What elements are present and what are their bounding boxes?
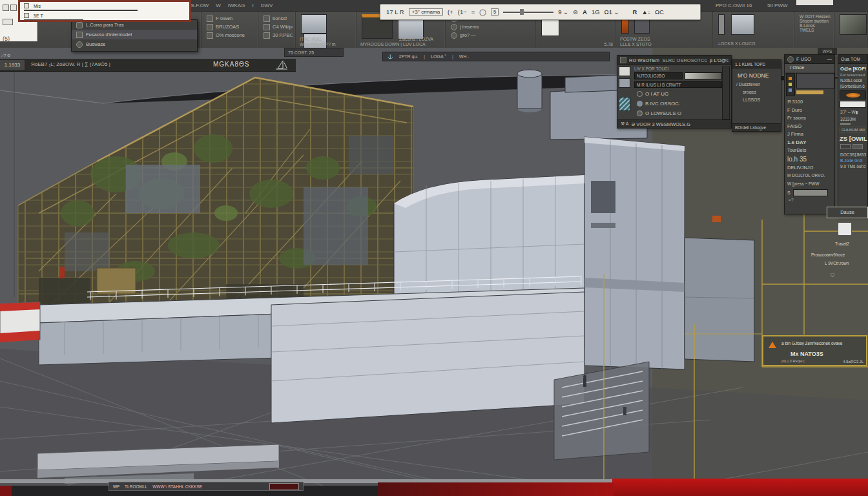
tree-list: O I AT UG B IVC OSSOC. O LOWSULS O <box>633 89 723 118</box>
quick-line: DOC3S[JM33 <box>838 149 867 157</box>
render-icon[interactable]: R <box>633 8 637 16</box>
merge-icon <box>76 32 83 38</box>
slider-knob[interactable] <box>520 9 524 15</box>
chip[interactable] <box>840 144 851 149</box>
bar-icon <box>3 19 13 25</box>
value-input[interactable] <box>840 101 866 108</box>
nav-tool-boxed[interactable]: +3° crmama <box>409 8 443 16</box>
red-chip-left <box>0 486 12 496</box>
mini-tool[interactable]: LOGA ° <box>431 54 446 59</box>
selection-combo[interactable]: NJTOJLIGJBO <box>634 72 683 79</box>
quick-line: 3233ЗM <box>838 116 867 121</box>
divider: | <box>424 54 425 59</box>
set-item[interactable]: 1.6 DAY <box>785 139 834 147</box>
section-icon[interactable]: ΩC <box>655 8 664 16</box>
prop-row[interactable]: LLSSOS <box>732 96 781 103</box>
quick-line: [Sorbet&un.6 <box>838 83 867 88</box>
set-item[interactable]: TourBets <box>785 147 834 155</box>
quick-big-value: ZS [OWILI <box>838 133 867 142</box>
mic-icon[interactable]: 9 ⌄ <box>558 8 568 16</box>
quick-header[interactable]: Qua TOM <box>838 55 867 64</box>
set-item[interactable]: M DOJLTOL ORVO. <box>785 172 834 180</box>
icon-rail[interactable] <box>786 73 795 96</box>
material-icon[interactable] <box>619 97 630 111</box>
layers-box-icon[interactable]: 5 <box>491 8 499 16</box>
sail-icon <box>274 59 289 71</box>
red-band-mid <box>378 482 614 496</box>
annotation-label: L 9VCtr.rown <box>825 261 849 265</box>
color-swatch-row[interactable] <box>840 90 866 99</box>
orbit-icon[interactable]: (1− <box>458 8 467 16</box>
sets-panel: F USO — / Once Я 3100 F Duro Fr ssons FA… <box>784 54 835 214</box>
filter-label: LIV X POR TOUCI <box>634 67 712 71</box>
quick-line: NJdbJ.oss8 <box>838 77 867 83</box>
app-dropdown[interactable]: Mis 5E T <box>18 0 191 22</box>
sets-header[interactable]: F USO — <box>785 55 834 64</box>
pan-icon[interactable]: (+ <box>448 8 453 16</box>
set-input-field[interactable] <box>793 189 828 196</box>
prop-row[interactable]: sroges <box>732 88 781 96</box>
chip[interactable] <box>852 144 863 149</box>
gear-icon <box>76 41 83 48</box>
annotation-thumbnail[interactable] <box>838 222 852 236</box>
red-band-right <box>612 479 868 496</box>
properties-header[interactable]: 1.1 KLML TOPD <box>732 60 781 68</box>
set-item[interactable]: lo.h 35 <box>785 155 834 164</box>
scrollbar[interactable] <box>722 67 730 119</box>
panel-header-button[interactable]: β L'O@O <box>710 57 728 63</box>
selected-set[interactable]: / Once <box>785 64 834 72</box>
text-tool-icon[interactable]: A <box>583 8 587 16</box>
flyout-item[interactable]: Buswase <box>72 39 197 49</box>
set-item[interactable]: FAISÓ <box>785 123 834 131</box>
tree-item[interactable]: B IVC OSSOC. <box>633 99 723 108</box>
thumbnail-icon[interactable] <box>619 67 630 76</box>
properties-footer[interactable]: BOrdeli Lxbogve <box>732 123 781 131</box>
tree-item[interactable]: O LOWSULS O <box>633 108 723 118</box>
mini-tool[interactable]: #PTR gu. <box>399 54 418 59</box>
tree-item[interactable]: O I AT UG <box>633 89 723 99</box>
quick-link[interactable]: B.Jode.Grdl <box>838 157 867 163</box>
set-item[interactable]: DELIVJNJO <box>785 164 834 172</box>
camera-icon[interactable]: ⊜ <box>573 8 578 16</box>
selection-tree-header[interactable]: RO WSOTEm / SLRC OSROSOTCO / β L'O@O <box>617 56 731 65</box>
document-path[interactable]: ЯoEB7 ₁L; Zo8OW. R | ∑ (7A9Ó5 | <box>31 61 186 67</box>
set-item[interactable]: W [press ~ FWW <box>785 180 834 189</box>
prop-row[interactable]: / Dussfeven <box>732 80 781 88</box>
quick-chip[interactable]: CLILIKUM 460 <box>840 127 866 133</box>
collapse-icon[interactable]: — <box>827 56 832 62</box>
combo-row: NJTOJLIGJBO <box>634 72 722 79</box>
pause-button[interactable]: Dause <box>827 207 868 218</box>
flag-icon[interactable]: ▲꞊ <box>641 8 650 16</box>
thumbnail-icon[interactable] <box>619 78 630 88</box>
sets-footer: ≈? <box>785 198 834 202</box>
set-item[interactable]: F Duro <box>785 107 834 115</box>
grid-tool-icon[interactable]: 1G <box>592 8 600 16</box>
sheet-number[interactable]: 1.1933 <box>0 60 25 70</box>
opacity-slider[interactable] <box>685 72 722 79</box>
search-input[interactable]: M R ILIUS LI B CRWTT <box>634 81 722 88</box>
red-white-wall <box>0 302 40 342</box>
nav-tool[interactable]: 17 L R <box>386 8 404 16</box>
window-tab[interactable] <box>796 0 833 5</box>
node-icon <box>637 101 643 107</box>
mini-tool[interactable]: WH . <box>459 54 470 59</box>
prop-main-value: M'O NODNE <box>732 68 781 80</box>
circle-icon[interactable]: ◯ <box>479 8 486 16</box>
quick-line: 9.0 TMs out'd <box>838 163 867 169</box>
bottom-ribbon-tab[interactable]: 75 COST. 25 <box>284 48 344 57</box>
flyout-item-highlighted[interactable]: Fusacso d'intermodel <box>72 30 197 39</box>
measure-icon[interactable]: Ω1 ⌄ <box>604 8 619 16</box>
window-icon <box>10 5 17 11</box>
mini-icons[interactable]: ⟋7 Θ <box>1 54 10 58</box>
refresh-icon[interactable] <box>620 57 626 63</box>
input-label: S <box>787 191 790 195</box>
hammer-icon[interactable]: ⚒ A <box>621 121 629 127</box>
render-slider[interactable] <box>503 12 553 13</box>
selection-tree-panel: RO WSOTEm / SLRC OSROSOTCO / β L'O@O LIV… <box>617 55 732 129</box>
set-item[interactable]: J Firma <box>785 130 834 139</box>
set-item[interactable]: Я 3100 <box>785 98 834 107</box>
panel-subtitle: SLRC OSROSOTCO / <box>662 57 707 63</box>
record-button[interactable] <box>269 483 299 490</box>
set-item[interactable]: Fr ssons <box>785 114 834 123</box>
set-preview[interactable] <box>796 73 834 88</box>
